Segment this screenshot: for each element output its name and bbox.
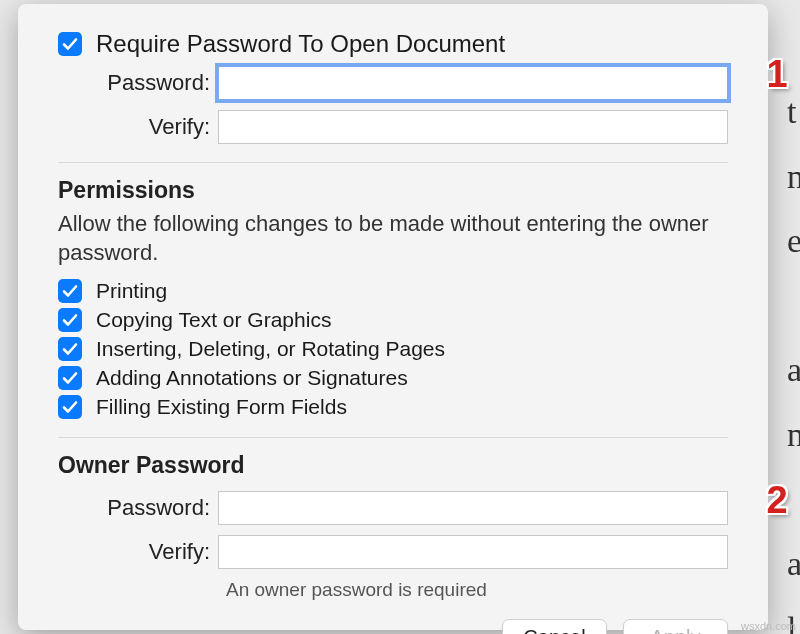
- perm-label: Inserting, Deleting, or Rotating Pages: [96, 337, 445, 361]
- perm-printing: Printing: [58, 279, 728, 303]
- require-password-row: Require Password To Open Document: [58, 30, 728, 58]
- check-icon: [62, 312, 78, 328]
- owner-password-label: Password:: [58, 495, 218, 521]
- require-password-label: Require Password To Open Document: [96, 30, 505, 58]
- perm-label: Copying Text or Graphics: [96, 308, 331, 332]
- check-icon: [62, 36, 78, 52]
- cancel-button[interactable]: Cancel: [502, 619, 607, 634]
- owner-title: Owner Password: [58, 452, 728, 479]
- permissions-title: Permissions: [58, 177, 728, 204]
- perm-copying: Copying Text or Graphics: [58, 308, 728, 332]
- background-text: tne an al: [787, 80, 800, 634]
- owner-password-input[interactable]: [218, 491, 728, 525]
- check-icon: [62, 283, 78, 299]
- perm-label: Printing: [96, 279, 167, 303]
- perm-inserting-checkbox[interactable]: [58, 337, 82, 361]
- permissions-desc: Allow the following changes to be made w…: [58, 210, 728, 267]
- divider: [58, 162, 728, 163]
- open-verify-input[interactable]: [218, 110, 728, 144]
- check-icon: [62, 370, 78, 386]
- perm-label: Adding Annotations or Signatures: [96, 366, 408, 390]
- require-password-checkbox[interactable]: [58, 32, 82, 56]
- owner-verify-label: Verify:: [58, 539, 218, 565]
- perm-label: Filling Existing Form Fields: [96, 395, 347, 419]
- button-row: Cancel Apply: [58, 619, 728, 634]
- owner-verify-input[interactable]: [218, 535, 728, 569]
- perm-filling: Filling Existing Form Fields: [58, 395, 728, 419]
- divider: [58, 437, 728, 438]
- open-verify-row: Verify:: [58, 110, 728, 144]
- perm-printing-checkbox[interactable]: [58, 279, 82, 303]
- perm-annotations-checkbox[interactable]: [58, 366, 82, 390]
- owner-password-row: Password:: [58, 491, 728, 525]
- password-dialog: Require Password To Open Document Passwo…: [18, 4, 768, 630]
- open-password-input[interactable]: [218, 66, 728, 100]
- open-verify-label: Verify:: [58, 114, 218, 140]
- apply-button[interactable]: Apply: [623, 619, 728, 634]
- perm-filling-checkbox[interactable]: [58, 395, 82, 419]
- annotation-badge-2: 2: [760, 478, 794, 522]
- perm-inserting: Inserting, Deleting, or Rotating Pages: [58, 337, 728, 361]
- perm-copying-checkbox[interactable]: [58, 308, 82, 332]
- perm-annotations: Adding Annotations or Signatures: [58, 366, 728, 390]
- open-password-label: Password:: [58, 70, 218, 96]
- permissions-list: Printing Copying Text or Graphics Insert…: [58, 279, 728, 419]
- check-icon: [62, 399, 78, 415]
- owner-verify-row: Verify:: [58, 535, 728, 569]
- watermark: wsxdn.com: [741, 620, 796, 632]
- owner-helper-text: An owner password is required: [226, 579, 728, 601]
- annotation-badge-1: 1: [760, 52, 794, 96]
- open-password-row: Password:: [58, 66, 728, 100]
- check-icon: [62, 341, 78, 357]
